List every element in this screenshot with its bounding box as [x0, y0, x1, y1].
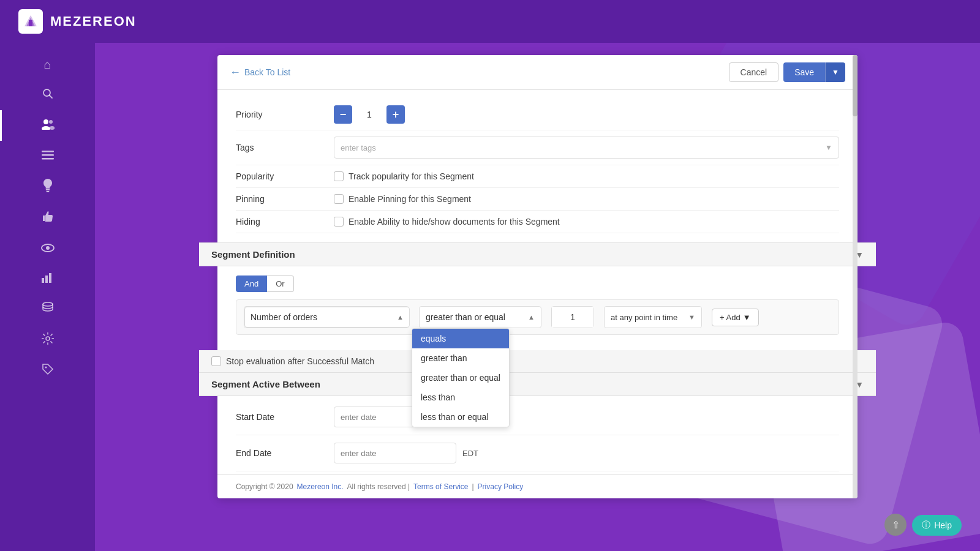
condition-field-container: Number of orders ▲ Number of orders ▲	[244, 306, 409, 328]
pinning-control: Enable Pinning for this Segment	[334, 194, 839, 204]
save-button[interactable]: Save	[783, 62, 825, 82]
users-icon	[41, 119, 55, 133]
svg-rect-10	[42, 151, 54, 152]
tags-input[interactable]: enter tags ▼	[334, 137, 839, 159]
panel-body: Priority − 1 + Tags enter tags ▼	[217, 90, 858, 242]
dropdown-item-less-than-or-equal[interactable]: less than or equal	[412, 407, 509, 427]
svg-point-6	[43, 119, 48, 124]
pinning-checkbox-row: Enable Pinning for this Segment	[334, 194, 839, 204]
copyright-text: Copyright © 2020	[236, 482, 293, 491]
priority-plus-button[interactable]: +	[386, 105, 405, 124]
popularity-checkbox-label: Track popularity for this Segment	[349, 171, 474, 181]
sidebar-item-tag[interactable]	[0, 355, 95, 386]
company-name-link[interactable]: Mezereon Inc.	[297, 482, 344, 491]
tags-label: Tags	[236, 143, 334, 152]
condition-value-input[interactable]: 1	[552, 307, 594, 328]
tags-row: Tags enter tags ▼	[236, 130, 839, 165]
dropdown-item-greater-than[interactable]: greater than	[412, 348, 509, 368]
scroll-thumb[interactable]	[853, 55, 858, 116]
scroll-up-button[interactable]: ⇧	[884, 514, 907, 536]
cancel-button[interactable]: Cancel	[729, 62, 779, 82]
save-caret-button[interactable]: ▼	[825, 62, 845, 82]
sidebar-item-thumb[interactable]	[0, 202, 95, 233]
svg-point-21	[46, 337, 50, 340]
tags-chevron-icon: ▼	[825, 143, 832, 152]
stop-evaluation-row: Stop evaluation after Successful Match	[199, 350, 876, 372]
stop-eval-label: Stop evaluation after Successful Match	[226, 356, 374, 366]
operator-dropdown-menu: equals greater than greater than or equa…	[412, 328, 510, 427]
pinning-checkbox[interactable]	[334, 194, 344, 204]
hiding-label: Hiding	[236, 217, 334, 227]
stop-eval-checkbox[interactable]	[211, 356, 221, 366]
back-to-list-link[interactable]: ← Back To List	[230, 66, 290, 79]
end-date-input[interactable]	[334, 443, 456, 463]
and-toggle-button[interactable]: And	[236, 276, 267, 292]
pinning-label: Pinning	[236, 194, 334, 204]
hiding-row: Hiding Enable Ability to hide/show docum…	[236, 211, 839, 233]
svg-point-20	[43, 302, 53, 306]
eye-icon	[41, 241, 55, 255]
sidebar-item-bulb[interactable]	[0, 171, 95, 202]
svg-line-5	[49, 95, 52, 98]
and-or-toggle: And Or	[236, 276, 839, 292]
start-date-label: Start Date	[236, 412, 334, 422]
sidebar-item-users[interactable]	[0, 110, 95, 141]
svg-rect-17	[42, 278, 44, 283]
sidebar-item-search[interactable]	[0, 80, 95, 110]
back-arrow-icon: ←	[230, 66, 241, 79]
condition-field-select-overlay[interactable]	[244, 307, 410, 328]
popularity-row: Popularity Track popularity for this Seg…	[236, 165, 839, 188]
hiding-checkbox[interactable]	[334, 217, 344, 227]
dropdown-item-less-than[interactable]: less than	[412, 388, 509, 407]
sidebar-item-home[interactable]: ⌂	[0, 49, 95, 80]
dropdown-item-greater-than-or-equal[interactable]: greater than or equal	[412, 368, 509, 388]
svg-point-22	[45, 366, 47, 368]
priority-value: 1	[357, 110, 382, 119]
popularity-checkbox[interactable]	[334, 171, 344, 181]
condition-operator-value: greater than or equal	[426, 312, 505, 322]
condition-operator-select[interactable]: greater than or equal ▲	[419, 306, 541, 328]
popularity-checkbox-row: Track popularity for this Segment	[334, 171, 839, 181]
segment-active-header[interactable]: Segment Active Between ▼	[199, 372, 876, 396]
segment-definition-title: Segment Definition	[211, 249, 295, 260]
privacy-link[interactable]: Privacy Policy	[478, 482, 524, 491]
terms-link[interactable]: Terms of Service	[413, 482, 468, 491]
add-caret-icon: ▼	[743, 313, 751, 322]
sidebar-item-settings[interactable]	[0, 324, 95, 355]
scroll-bar[interactable]	[853, 55, 858, 498]
separator: |	[472, 482, 473, 491]
svg-rect-14	[46, 191, 49, 192]
popularity-label: Popularity	[236, 171, 334, 181]
sidebar-item-list[interactable]	[0, 141, 95, 171]
end-date-row: End Date EDT	[236, 435, 839, 471]
sidebar-item-database[interactable]	[0, 294, 95, 324]
operator-chevron-icon: ▲	[528, 313, 535, 321]
list-icon	[42, 149, 54, 163]
help-button[interactable]: ⓘ Help	[912, 515, 962, 536]
search-icon	[42, 88, 54, 103]
priority-minus-button[interactable]: −	[334, 105, 352, 124]
popularity-control: Track popularity for this Segment	[334, 171, 839, 181]
time-chevron-icon: ▼	[688, 313, 695, 321]
pinning-row: Pinning Enable Pinning for this Segment	[236, 188, 839, 211]
svg-rect-13	[45, 189, 50, 190]
sidebar-item-eye[interactable]	[0, 233, 95, 263]
svg-rect-18	[45, 276, 48, 283]
add-label: + Add	[720, 313, 741, 322]
segment-definition-header[interactable]: Segment Definition ▼	[199, 242, 876, 266]
add-condition-button[interactable]: + Add ▼	[712, 309, 759, 326]
priority-row: Priority − 1 +	[236, 99, 839, 130]
pinning-checkbox-label: Enable Pinning for this Segment	[349, 194, 471, 204]
segment-definition-body: And Or Number of orders ▲ Number of orde…	[217, 266, 858, 350]
tags-placeholder: enter tags	[341, 143, 376, 152]
or-toggle-button[interactable]: Or	[267, 276, 293, 292]
sidebar-item-chart[interactable]	[0, 263, 95, 294]
logo-area: MEZEREON	[18, 9, 137, 34]
settings-icon	[42, 332, 54, 348]
tag-icon	[42, 363, 54, 378]
end-date-label: End Date	[236, 448, 334, 458]
dropdown-item-equals[interactable]: equals	[412, 329, 509, 348]
condition-time-select[interactable]: at any point in time ▼	[604, 306, 702, 328]
hiding-checkbox-row: Enable Ability to hide/show documents fo…	[334, 217, 839, 227]
svg-point-7	[42, 126, 50, 130]
